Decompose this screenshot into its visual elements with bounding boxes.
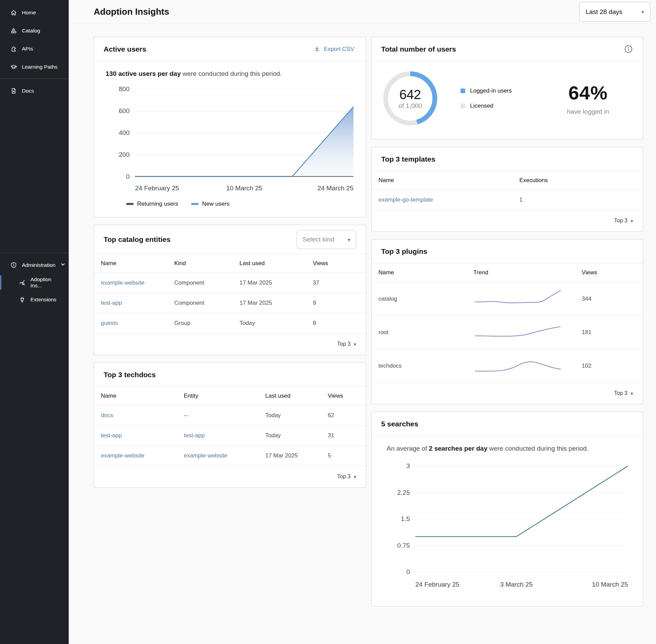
cell-views: 5 [321, 446, 366, 466]
svg-text:2.25: 2.25 [397, 489, 410, 496]
table-header-row: Name Trend Views [372, 263, 643, 282]
template-link[interactable]: example-go-template [378, 196, 433, 203]
table-row: example-website example-website 17 Mar 2… [94, 446, 366, 466]
card-header: Top 3 templates [372, 147, 643, 171]
table-row: docs -- Today 62 [94, 406, 366, 426]
column-header: Views [321, 387, 366, 406]
svg-text:400: 400 [119, 129, 130, 136]
chevron-down-icon: ▾ [353, 474, 356, 479]
insights-icon [19, 279, 26, 286]
sidebar-item-label: Administration [22, 262, 55, 268]
cell-plugin-name: techdocs [372, 349, 467, 383]
learning-paths-icon [10, 64, 17, 70]
svg-text:0: 0 [406, 568, 410, 575]
card-header: Total number of users [372, 37, 643, 61]
techdoc-link[interactable]: test-app [101, 432, 122, 439]
legend-swatch [191, 203, 199, 205]
techdoc-link[interactable]: docs [101, 412, 113, 419]
plug-icon [19, 296, 26, 303]
legend-swatch [126, 203, 134, 205]
card-title: Top 3 techdocs [104, 371, 156, 379]
kind-select[interactable]: Select kind ▾ [297, 230, 356, 249]
top-techdocs-card: Top 3 techdocs Name Entity Last used Vie… [94, 362, 366, 488]
entity-link[interactable]: example-website [184, 452, 227, 459]
sidebar-item-label: Catalog [22, 28, 40, 34]
left-column: Active users Export CSV 130 active users… [94, 37, 366, 488]
column-header: Last used [232, 254, 306, 273]
card-title: Total number of users [381, 45, 456, 53]
table-row: guests Group Today 8 [94, 313, 366, 333]
users-donut-chart: 642of 1,000 [381, 69, 439, 127]
card-title: Top catalog entities [104, 235, 171, 244]
legend-swatch [460, 104, 465, 108]
sidebar-item-catalog[interactable]: Catalog [0, 22, 69, 40]
svg-text:of 1,000: of 1,000 [399, 102, 422, 109]
chevron-down-icon: ▾ [348, 237, 350, 242]
info-icon[interactable] [624, 44, 633, 54]
column-header: Views [575, 263, 643, 282]
export-csv-button[interactable]: Export CSV [312, 45, 356, 53]
chevron-down-icon [60, 262, 66, 269]
sidebar-item-label: Home [22, 10, 36, 16]
techdocs-table: Name Entity Last used Views docs -- Toda… [94, 387, 366, 466]
entity-link[interactable]: test-app [101, 300, 122, 306]
summary-bold: 130 active users per day [106, 70, 181, 77]
column-header: Trend [467, 263, 575, 282]
card-body: 130 active users per day were conducted … [94, 61, 366, 217]
cell-views: 8 [306, 313, 366, 333]
table-row: test-app Component 17 Mar 2025 9 [94, 293, 366, 313]
date-range-select[interactable]: Last 28 days ▾ [579, 2, 651, 22]
top-templates-card: Top 3 templates Name Executions example-… [371, 147, 643, 232]
searches-summary: An average of 2 searches per day were co… [387, 445, 631, 452]
svg-text:24 March 25: 24 March 25 [317, 184, 353, 192]
card-header: Top catalog entities Select kind ▾ [94, 225, 366, 254]
table-header-row: Name Entity Last used Views [94, 387, 366, 406]
catalog-entities-table: Name Kind Last used Views example-websit… [94, 254, 366, 333]
techdoc-link[interactable]: example-website [101, 452, 145, 459]
top-n-select[interactable]: Top 3 ▾ [372, 210, 643, 231]
cell-last-used: 17 Mar 2025 [232, 293, 306, 313]
cell-executions: 1 [512, 190, 643, 210]
column-header: Last used [258, 387, 321, 406]
entity-link[interactable]: guests [101, 320, 118, 326]
column-header: Name [372, 171, 512, 190]
sidebar-item-docs[interactable]: Docs [0, 82, 69, 100]
card-title: Active users [104, 45, 146, 53]
top-catalog-entities-card: Top catalog entities Select kind ▾ Name … [94, 225, 366, 355]
sidebar-item-home[interactable]: Home [0, 3, 69, 22]
export-csv-label: Export CSV [324, 46, 354, 53]
login-percentage: 64% [567, 82, 609, 104]
table-header-row: Name Executions [372, 171, 643, 190]
entity-link[interactable]: example-website [101, 279, 145, 286]
searches-card: 5 searches An average of 2 searches per … [371, 412, 643, 606]
summary-prefix: An average of [387, 445, 429, 452]
table-row: root 181 [372, 316, 643, 349]
svg-text:200: 200 [119, 151, 130, 158]
active-users-legend: Returning usersNew users [126, 201, 356, 207]
sidebar-item-extensions[interactable]: Extensions [0, 291, 69, 308]
svg-text:800: 800 [119, 85, 130, 93]
sidebar-item-adoption-insights[interactable]: Adoption Ins... [0, 274, 69, 291]
top-n-label: Top 3 [614, 218, 627, 224]
cell-views: 344 [575, 282, 643, 316]
top-n-select[interactable]: Top 3 ▾ [94, 333, 366, 355]
top-n-select[interactable]: Top 3 ▾ [94, 466, 366, 487]
sidebar-item-administration[interactable]: Administration [0, 256, 69, 274]
sidebar-item-apis[interactable]: APIs [0, 40, 69, 58]
cell-plugin-name: catalog [372, 282, 467, 316]
top-n-label: Top 3 [337, 474, 350, 480]
entity-link[interactable]: test-app [184, 432, 204, 439]
sidebar-divider [0, 253, 69, 253]
login-stat: 64% have logged in [567, 82, 609, 115]
sidebar-item-learning-paths[interactable]: Learning Paths [0, 58, 69, 76]
top-n-select[interactable]: Top 3 ▾ [372, 383, 643, 404]
docs-icon [10, 87, 17, 94]
trend-sparkline [473, 354, 562, 376]
svg-text:3: 3 [406, 462, 410, 469]
legend-label: Licensed [470, 102, 493, 109]
main-content: Adoption Insights Last 28 days ▾ Active … [69, 0, 656, 644]
trend-sparkline [473, 287, 562, 309]
svg-text:0.75: 0.75 [397, 542, 410, 549]
sidebar-item-label: Extensions [30, 297, 56, 303]
cell-last-used: 17 Mar 2025 [258, 446, 321, 466]
